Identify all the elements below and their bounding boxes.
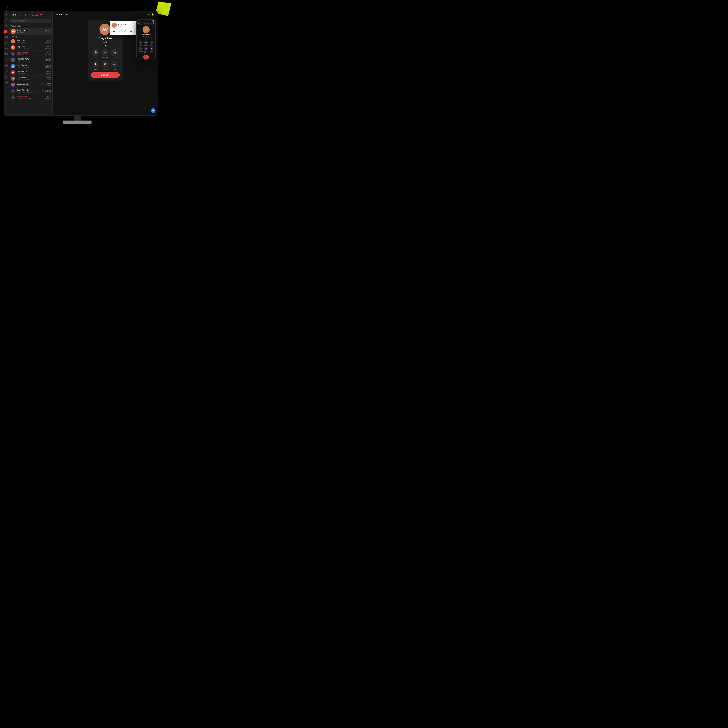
phone-meet-icon: 📹 <box>144 47 148 50</box>
sidebar-item-audio[interactable] <box>5 58 9 62</box>
sidebar-item-phone[interactable]: 1 <box>4 30 9 33</box>
tab-voicemails[interactable]: Voicemails 2 <box>28 13 41 17</box>
list-item[interactable]: GG Greg Gonzales ← 2:15 | 8×8 Work Jun 0… <box>9 63 52 69</box>
call-meta: Jun 04 3:39 PM <box>45 64 50 68</box>
mini-video-btn[interactable]: 📹 <box>129 29 133 34</box>
call-duration: 0:12 <box>103 44 107 47</box>
phone-mute-icon: 🎤 <box>139 41 142 44</box>
monitor-stand-base <box>63 121 92 124</box>
phone-ctrl-audio[interactable]: 🔊 Audio <box>149 41 154 46</box>
svg-point-27 <box>104 53 104 53</box>
mute-ctrl-btn[interactable]: 🎤 <box>44 30 47 32</box>
tab-missed[interactable]: Missed <box>19 13 26 17</box>
list-item[interactable]: AC Amy Chen ↙ 0:37 | 8×8 Work Jun 05 4:4… <box>9 44 52 50</box>
active-call-avatar: AC <box>11 29 16 34</box>
call-avatar: 👤 <box>11 89 15 93</box>
sidebar-item-switch[interactable] <box>5 75 9 79</box>
list-item[interactable]: 👤 Ralph Edwards ↙ Other Jun 04 5:20 PM <box>9 50 52 57</box>
sidebar-item-video[interactable] <box>5 46 9 50</box>
list-item[interactable]: 👤 Ralph Edwards ← 2:52 | Tier II Support… <box>9 88 52 94</box>
id-icon <box>5 35 9 39</box>
sidebar-item-search[interactable] <box>5 18 9 22</box>
app-layout: 1 <box>4 11 158 115</box>
sidebar-item-chat[interactable] <box>5 41 9 44</box>
sidebar-item-contacts[interactable] <box>5 24 9 28</box>
call-date: Jun 04 <box>45 58 50 60</box>
svg-point-6 <box>6 37 6 37</box>
list-item[interactable]: KJ Kelsey Jackson → 0:40 | 8×8 Work Jun … <box>9 82 52 88</box>
phone-ctrl-mute[interactable]: 🎤 Mute <box>138 41 143 46</box>
call-meta: May 30 10:15 AM <box>44 77 50 80</box>
status-icon[interactable]: ● <box>148 13 150 16</box>
phone-ctrl-keypad[interactable]: ⌨ Keypad <box>144 41 148 46</box>
meet-now-button[interactable]: Meet Now <box>111 49 118 58</box>
filter-input[interactable] <box>11 19 51 23</box>
call-time: 10:15 AM <box>44 79 50 80</box>
top-bar-actions: ● 🔒 <box>148 13 154 16</box>
hold-icon <box>93 61 99 68</box>
sidebar-item-avatar[interactable] <box>5 12 9 17</box>
call-avatar: KJ <box>11 83 15 87</box>
transfer-button[interactable]: Transfer <box>102 61 109 70</box>
phone-ctrl-meet[interactable]: 📹 Meet Now <box>144 47 148 53</box>
call-meta: Jun 05 4:46 PM <box>45 46 50 49</box>
call-sub: ↙ 8×8 Work <box>17 41 44 43</box>
folder-icon <box>5 52 9 56</box>
phone-icon <box>4 30 8 33</box>
call-name: Amy Chen <box>17 46 44 47</box>
mini-mute-btn[interactable] <box>112 29 116 34</box>
phone-end-call-btn[interactable]: 📞 <box>143 55 149 60</box>
phone-ctrl-more[interactable]: ••• More <box>149 47 154 53</box>
svg-point-22 <box>105 52 105 52</box>
call-time: 2:53 PM <box>45 41 50 43</box>
call-time: 9:38 AM <box>45 97 50 99</box>
phone-controls-grid: 🎤 Mute ⌨ Keypad 🔊 Audio <box>137 40 155 54</box>
call-avatar: 👤 <box>11 52 15 56</box>
hold-label: Hold <box>94 69 98 70</box>
tab-calls[interactable]: Calls <box>11 12 17 17</box>
call-sub: ↙ 8×8 Work <box>17 72 44 74</box>
call-info: Felix Becker ← 0:16 | 8×8 Work <box>17 77 43 81</box>
sidebar-item-folder[interactable] <box>5 52 9 56</box>
call-log-list: AC Amy Chen ↙ 8×8 Work Today 2:53 PM AC <box>9 38 52 115</box>
phone-caller-sub: 8×8 Work <box>143 36 149 37</box>
call-meta: Jun 04 3:52 PM <box>45 58 50 62</box>
sidebar-item-settings[interactable] <box>5 69 9 73</box>
end-call-button[interactable]: End call <box>91 72 119 78</box>
svg-point-23 <box>106 52 106 52</box>
keypad-button[interactable]: Keypad <box>101 49 108 58</box>
phone-device: ▐▐▐ 8x8 HD Call Amy Chen 8×8 Work 0:0:11 <box>136 19 156 60</box>
svg-point-28 <box>105 53 105 53</box>
call-sub: ← 2:15 | 8×8 Work <box>17 66 44 68</box>
keypad-label: Keypad <box>102 57 108 58</box>
add-call-fab[interactable]: + <box>151 108 156 113</box>
lock-icon[interactable]: 🔒 <box>151 13 154 16</box>
list-item[interactable]: # (402) 860-7075 ← 2:32 | Zac Tomes Jun … <box>9 57 52 63</box>
sidebar-item-monitor[interactable] <box>5 63 9 67</box>
hold-button[interactable]: Hold <box>93 61 99 70</box>
active-call-controls: 🎤 📞 <box>44 30 50 32</box>
phone-more-label: More <box>150 51 153 52</box>
sidebar-item-id[interactable] <box>5 35 9 39</box>
active-call-item[interactable]: AC Amy Chen In progress · 0:12 🎤 📞 <box>9 28 52 35</box>
more-icon <box>111 61 118 68</box>
phone-call-header-label: 8x8 HD Call <box>143 23 149 24</box>
list-item[interactable]: FB Felix Becker ← 0:16 | 8×8 Work May 30… <box>9 76 52 82</box>
end-ctrl-btn[interactable]: 📞 <box>48 30 50 32</box>
mini-hold-btn[interactable]: ⏸ <box>118 29 122 34</box>
svg-point-24 <box>104 52 104 53</box>
more-button[interactable]: More <box>111 61 118 70</box>
list-item[interactable]: JM Jane Murphy ↙ 8×8 Work Jun 04 3:24 PM <box>9 69 52 76</box>
call-meta: Jun 1 9:38 AM <box>45 95 50 99</box>
call-sub: ↙ Other <box>17 54 44 56</box>
mute-button[interactable]: Mute <box>92 49 99 58</box>
list-item[interactable]: 👥 (202) 866-6527 ↙ Tier II Support Queue… <box>9 94 52 101</box>
voicemail-badge: 2 <box>40 14 42 15</box>
active-calls-label: Active calls <box>9 24 52 28</box>
sidebar-item-info[interactable] <box>5 81 9 84</box>
list-item[interactable]: AC Amy Chen ↙ 8×8 Work Today 2:53 PM <box>9 38 52 44</box>
mini-name: Amy Chen <box>118 23 139 25</box>
phone-ctrl-transfer[interactable]: ↗ Transfer <box>138 47 143 53</box>
svg-point-0 <box>6 14 7 15</box>
mini-chat-btn[interactable]: 💬 <box>123 29 127 34</box>
